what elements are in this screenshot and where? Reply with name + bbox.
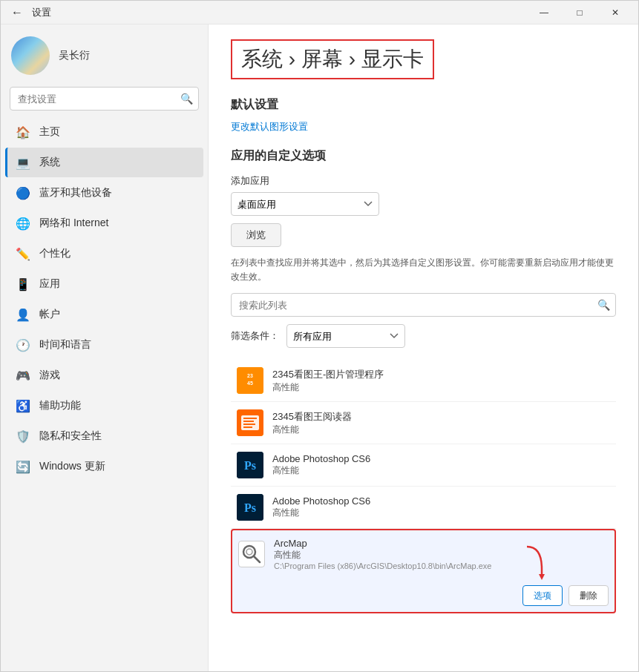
- app-icon-arcmap: [238, 541, 265, 567]
- minimize-button[interactable]: —: [527, 1, 561, 24]
- options-button[interactable]: 选项: [522, 585, 563, 606]
- account-icon: 👤: [16, 307, 30, 322]
- sidebar-item-network[interactable]: 🌐 网络和 Internet: [5, 208, 203, 238]
- sidebar-item-game[interactable]: 🎮 游戏: [5, 360, 203, 390]
- settings-window: ← 设置 — □ ✕ 吴长衍 🔍 🏠 主页: [0, 0, 639, 672]
- sidebar-item-label-bluetooth: 蓝牙和其他设备: [39, 186, 112, 200]
- app-icon-ps-2: Ps: [237, 494, 263, 521]
- svg-text:45: 45: [247, 381, 253, 386]
- home-icon: 🏠: [16, 125, 30, 139]
- change-default-link[interactable]: 更改默认图形设置: [231, 121, 308, 132]
- app-name: Adobe Photoshop CS6: [272, 453, 610, 464]
- sidebar-item-label-home: 主页: [39, 125, 60, 139]
- sidebar-item-account[interactable]: 👤 帐户: [5, 300, 203, 329]
- sidebar-item-personal[interactable]: ✏️ 个性化: [5, 239, 203, 269]
- app-info: Adobe Photoshop CS6 高性能: [272, 495, 610, 519]
- custom-options-title: 应用的自定义选项: [231, 148, 616, 164]
- app-perf: 高性能: [272, 424, 610, 436]
- search-list-icon: 🔍: [597, 299, 610, 311]
- list-item[interactable]: 23 45 2345看图王-图片管理程序 高性能: [231, 360, 616, 402]
- list-item[interactable]: Ps Adobe Photoshop CS6 高性能: [231, 444, 616, 487]
- app-type-dropdown[interactable]: 桌面应用 Microsoft Store 应用: [231, 192, 379, 216]
- svg-point-15: [246, 549, 252, 555]
- filter-dropdown[interactable]: 所有应用 高性能 省电: [286, 324, 405, 348]
- svg-line-14: [254, 556, 260, 562]
- sidebar-item-time[interactable]: 🕐 时间和语言: [5, 330, 203, 360]
- close-button[interactable]: ✕: [598, 1, 632, 24]
- svg-marker-16: [539, 574, 545, 580]
- app-icon-2345-1: 23 45: [237, 367, 263, 394]
- maximize-button[interactable]: □: [563, 1, 597, 24]
- sidebar-item-label-time: 时间和语言: [39, 338, 91, 352]
- add-app-label: 添加应用: [231, 174, 616, 188]
- arcmap-actions-row: 选项 删除: [238, 585, 609, 606]
- breadcrumb-sep1: ›: [289, 47, 301, 70]
- sidebar-item-apps[interactable]: 📱 应用: [5, 269, 203, 299]
- sidebar-item-label-apps: 应用: [39, 277, 60, 291]
- main-layout: 吴长衍 🔍 🏠 主页 💻 系统 🔵 蓝牙和其他设备: [1, 24, 638, 671]
- bluetooth-icon: 🔵: [16, 185, 30, 200]
- sidebar-item-home[interactable]: 🏠 主页: [5, 117, 203, 147]
- app-perf: 高性能: [272, 381, 610, 394]
- arcmap-path: C:\Program Files (x86)\ArcGIS\Desktop10.…: [274, 561, 609, 570]
- arrow-indicator: [520, 543, 549, 582]
- svg-text:Ps: Ps: [244, 501, 256, 514]
- breadcrumb-screen: 屏幕: [301, 47, 343, 70]
- back-button[interactable]: ←: [7, 2, 27, 23]
- sidebar-item-label-game: 游戏: [39, 369, 60, 382]
- arcmap-info: ArcMap 高性能 C:\Program Files (x86)\ArcGIS…: [274, 538, 609, 570]
- add-app-row: 桌面应用 Microsoft Store 应用: [231, 192, 616, 216]
- app-info: 2345看图王-图片管理程序 高性能: [272, 368, 610, 394]
- content-area: 系统 › 屏幕 › 显示卡 默认设置 更改默认图形设置 应用的自定义选项 添加应…: [209, 24, 638, 671]
- game-icon: 🎮: [16, 368, 30, 383]
- list-item[interactable]: Ps Adobe Photoshop CS6 高性能: [231, 487, 616, 529]
- svg-rect-6: [243, 421, 254, 422]
- browse-button[interactable]: 浏览: [231, 223, 281, 247]
- system-icon: 💻: [16, 155, 30, 170]
- sidebar-item-bluetooth[interactable]: 🔵 蓝牙和其他设备: [5, 178, 203, 208]
- personal-icon: ✏️: [16, 246, 30, 261]
- list-item-arcmap[interactable]: ArcMap 高性能 C:\Program Files (x86)\ArcGIS…: [231, 529, 616, 613]
- privacy-icon: 🛡️: [16, 429, 30, 444]
- sidebar-item-privacy[interactable]: 🛡️ 隐私和安全性: [5, 421, 203, 451]
- apps-icon: 📱: [16, 277, 30, 291]
- search-input[interactable]: [10, 87, 199, 111]
- arcmap-top-row: ArcMap 高性能 C:\Program Files (x86)\ArcGIS…: [238, 538, 609, 570]
- app-perf: 高性能: [272, 464, 610, 477]
- sidebar-item-label-account: 帐户: [39, 308, 60, 321]
- app-icon-ps-1: Ps: [237, 452, 263, 478]
- sidebar-item-label-accessibility: 辅助功能: [39, 399, 81, 412]
- sidebar-item-label-system: 系统: [39, 156, 60, 169]
- app-list: 23 45 2345看图王-图片管理程序 高性能: [231, 360, 616, 613]
- svg-rect-7: [243, 424, 255, 425]
- breadcrumb-display: 显示卡: [361, 47, 424, 70]
- arcmap-name: ArcMap: [274, 538, 609, 549]
- sidebar-item-label-network: 网络和 Internet: [39, 217, 108, 230]
- window-controls: — □ ✕: [527, 1, 632, 24]
- titlebar: ← 设置 — □ ✕: [1, 1, 638, 24]
- description-text: 在列表中查找应用并将其选中，然后为其选择自定义图形设置。你可能需要重新启动应用才…: [231, 256, 616, 284]
- svg-text:23: 23: [247, 373, 253, 378]
- update-icon: 🔄: [16, 459, 30, 474]
- default-settings-section: 默认设置 更改默认图形设置: [231, 97, 616, 134]
- search-icon: 🔍: [180, 93, 193, 105]
- network-icon: 🌐: [16, 216, 30, 231]
- app-icon-2345-2: [237, 409, 263, 436]
- search-list-input[interactable]: [231, 293, 616, 317]
- username: 吴长衍: [59, 49, 90, 62]
- sidebar-item-system[interactable]: 💻 系统: [5, 148, 203, 177]
- list-item[interactable]: 2345看图王阅读器 高性能: [231, 402, 616, 444]
- svg-text:Ps: Ps: [244, 459, 256, 472]
- app-name: 2345看图王阅读器: [272, 410, 610, 424]
- search-list-container: 🔍: [231, 293, 616, 317]
- svg-rect-5: [243, 418, 257, 419]
- default-settings-title: 默认设置: [231, 97, 616, 113]
- sidebar-item-label-privacy: 隐私和安全性: [39, 429, 102, 443]
- sidebar-item-accessibility[interactable]: ♿ 辅助功能: [5, 391, 203, 421]
- sidebar-item-label-personal: 个性化: [39, 247, 71, 260]
- sidebar-profile: 吴长衍: [1, 24, 208, 87]
- app-perf: 高性能: [272, 507, 610, 519]
- delete-button[interactable]: 删除: [568, 585, 609, 606]
- arcmap-perf: 高性能: [274, 549, 609, 561]
- sidebar-item-update[interactable]: 🔄 Windows 更新: [5, 452, 203, 481]
